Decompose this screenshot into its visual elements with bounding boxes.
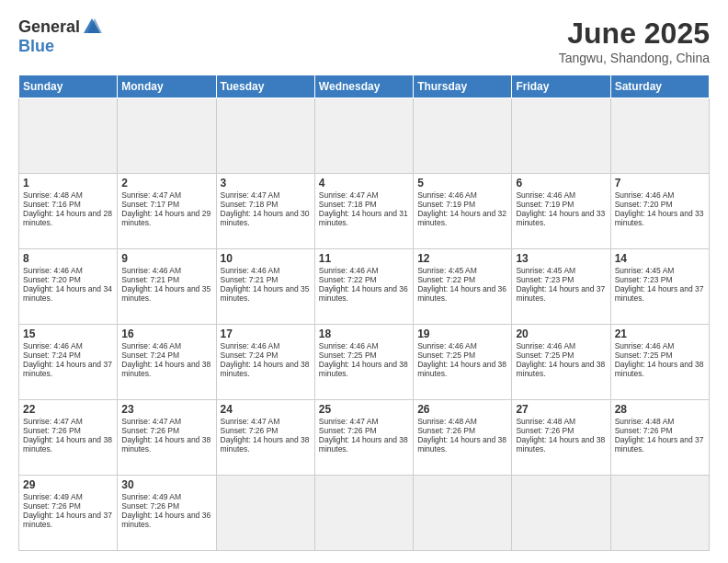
week-row-4: 22Sunrise: 4:47 AMSunset: 7:26 PMDayligh… — [19, 400, 710, 476]
day-number: 7 — [615, 177, 705, 190]
cell-5-2 — [216, 476, 314, 551]
daylight-text: Daylight: 14 hours and 29 minutes. — [121, 209, 210, 227]
sunset-text: Sunset: 7:26 PM — [121, 501, 179, 511]
logo-general-text: General — [18, 17, 80, 37]
day-number: 6 — [516, 177, 606, 190]
daylight-text: Daylight: 14 hours and 37 minutes. — [615, 435, 704, 454]
sunset-text: Sunset: 7:25 PM — [417, 350, 475, 360]
day-number: 15 — [23, 327, 113, 340]
sunset-text: Sunset: 7:26 PM — [417, 426, 475, 435]
day-number: 17 — [221, 327, 311, 340]
cell-3-5: 20Sunrise: 4:46 AMSunset: 7:25 PMDayligh… — [512, 325, 610, 400]
daylight-text: Daylight: 14 hours and 33 minutes. — [615, 209, 704, 227]
sunset-text: Sunset: 7:17 PM — [121, 200, 179, 209]
day-number: 1 — [23, 177, 113, 190]
sunrise-text: Sunrise: 4:46 AM — [615, 341, 675, 350]
cell-5-1: 30Sunrise: 4:49 AMSunset: 7:26 PMDayligh… — [118, 476, 216, 551]
day-number: 11 — [319, 252, 409, 265]
cell-2-1: 9Sunrise: 4:46 AMSunset: 7:21 PMDaylight… — [118, 249, 216, 325]
sunset-text: Sunset: 7:19 PM — [516, 200, 574, 209]
col-friday: Friday — [512, 75, 610, 98]
sunrise-text: Sunrise: 4:46 AM — [516, 341, 575, 350]
sunset-text: Sunset: 7:26 PM — [221, 426, 279, 435]
daylight-text: Daylight: 14 hours and 38 minutes. — [417, 360, 506, 378]
cell-0-2 — [216, 98, 314, 174]
daylight-text: Daylight: 14 hours and 38 minutes. — [417, 435, 506, 454]
daylight-text: Daylight: 14 hours and 38 minutes. — [319, 360, 408, 378]
cell-2-2: 10Sunrise: 4:46 AMSunset: 7:21 PMDayligh… — [216, 249, 314, 325]
day-number: 14 — [615, 252, 705, 265]
day-number: 18 — [319, 327, 409, 340]
day-number: 2 — [121, 177, 211, 190]
sunset-text: Sunset: 7:25 PM — [615, 350, 673, 360]
cell-3-4: 19Sunrise: 4:46 AMSunset: 7:25 PMDayligh… — [414, 325, 512, 400]
day-number: 21 — [615, 327, 705, 340]
day-number: 3 — [221, 177, 311, 190]
cell-1-0: 1Sunrise: 4:48 AMSunset: 7:16 PMDaylight… — [19, 174, 118, 249]
sunrise-text: Sunrise: 4:46 AM — [319, 341, 379, 350]
day-number: 24 — [221, 403, 311, 416]
cell-2-3: 11Sunrise: 4:46 AMSunset: 7:22 PMDayligh… — [314, 249, 413, 325]
sunrise-text: Sunrise: 4:48 AM — [23, 190, 83, 200]
sunrise-text: Sunrise: 4:46 AM — [221, 341, 280, 350]
daylight-text: Daylight: 14 hours and 36 minutes. — [319, 284, 408, 303]
sunset-text: Sunset: 7:24 PM — [221, 350, 279, 360]
sunset-text: Sunset: 7:22 PM — [319, 275, 377, 284]
daylight-text: Daylight: 14 hours and 35 minutes. — [221, 284, 310, 303]
sunrise-text: Sunrise: 4:46 AM — [23, 266, 83, 275]
title-block: June 2025 Tangwu, Shandong, China — [559, 17, 710, 65]
cell-5-3 — [314, 476, 413, 551]
cell-2-5: 13Sunrise: 4:45 AMSunset: 7:23 PMDayligh… — [512, 249, 610, 325]
daylight-text: Daylight: 14 hours and 33 minutes. — [516, 209, 605, 227]
daylight-text: Daylight: 14 hours and 38 minutes. — [121, 360, 210, 378]
sunset-text: Sunset: 7:26 PM — [23, 501, 81, 511]
daylight-text: Daylight: 14 hours and 37 minutes. — [23, 511, 112, 529]
logo-icon — [82, 17, 102, 37]
sunrise-text: Sunrise: 4:47 AM — [319, 417, 379, 426]
cell-3-6: 21Sunrise: 4:46 AMSunset: 7:25 PMDayligh… — [610, 325, 709, 400]
cell-4-2: 24Sunrise: 4:47 AMSunset: 7:26 PMDayligh… — [216, 400, 314, 476]
page: General Blue June 2025 Tangwu, Shandong,… — [0, 0, 728, 563]
day-number: 25 — [319, 403, 409, 416]
sunrise-text: Sunrise: 4:46 AM — [319, 266, 379, 275]
col-monday: Monday — [118, 75, 216, 98]
day-number: 5 — [417, 177, 507, 190]
day-number: 27 — [516, 403, 606, 416]
col-wednesday: Wednesday — [314, 75, 413, 98]
sunrise-text: Sunrise: 4:46 AM — [121, 341, 181, 350]
calendar-header-row: Sunday Monday Tuesday Wednesday Thursday… — [19, 75, 710, 98]
cell-5-5 — [512, 476, 610, 551]
sunrise-text: Sunrise: 4:49 AM — [23, 492, 83, 501]
sunrise-text: Sunrise: 4:46 AM — [417, 341, 477, 350]
cell-5-6 — [610, 476, 709, 551]
daylight-text: Daylight: 14 hours and 30 minutes. — [221, 209, 310, 227]
sunset-text: Sunset: 7:16 PM — [23, 200, 81, 209]
day-number: 28 — [615, 403, 705, 416]
daylight-text: Daylight: 14 hours and 38 minutes. — [319, 435, 408, 454]
header: General Blue June 2025 Tangwu, Shandong,… — [18, 17, 710, 65]
day-number: 8 — [23, 252, 113, 265]
sunrise-text: Sunrise: 4:45 AM — [516, 266, 575, 275]
cell-4-3: 25Sunrise: 4:47 AMSunset: 7:26 PMDayligh… — [314, 400, 413, 476]
sunset-text: Sunset: 7:21 PM — [121, 275, 179, 284]
day-number: 23 — [121, 403, 211, 416]
sunrise-text: Sunrise: 4:48 AM — [417, 417, 477, 426]
day-number: 20 — [516, 327, 606, 340]
sunset-text: Sunset: 7:25 PM — [319, 350, 377, 360]
daylight-text: Daylight: 14 hours and 34 minutes. — [23, 284, 112, 303]
week-row-2: 8Sunrise: 4:46 AMSunset: 7:20 PMDaylight… — [19, 249, 710, 325]
sunrise-text: Sunrise: 4:47 AM — [221, 190, 280, 200]
daylight-text: Daylight: 14 hours and 28 minutes. — [23, 209, 112, 227]
cell-5-0: 29Sunrise: 4:49 AMSunset: 7:26 PMDayligh… — [19, 476, 118, 551]
sunrise-text: Sunrise: 4:47 AM — [319, 190, 379, 200]
sunset-text: Sunset: 7:24 PM — [23, 350, 81, 360]
cell-3-0: 15Sunrise: 4:46 AMSunset: 7:24 PMDayligh… — [19, 325, 118, 400]
cell-0-4 — [414, 98, 512, 174]
cell-3-3: 18Sunrise: 4:46 AMSunset: 7:25 PMDayligh… — [314, 325, 413, 400]
week-row-3: 15Sunrise: 4:46 AMSunset: 7:24 PMDayligh… — [19, 325, 710, 400]
col-thursday: Thursday — [414, 75, 512, 98]
cell-2-6: 14Sunrise: 4:45 AMSunset: 7:23 PMDayligh… — [610, 249, 709, 325]
sunset-text: Sunset: 7:20 PM — [23, 275, 81, 284]
cell-3-1: 16Sunrise: 4:46 AMSunset: 7:24 PMDayligh… — [118, 325, 216, 400]
logo-blue-text: Blue — [18, 37, 54, 56]
